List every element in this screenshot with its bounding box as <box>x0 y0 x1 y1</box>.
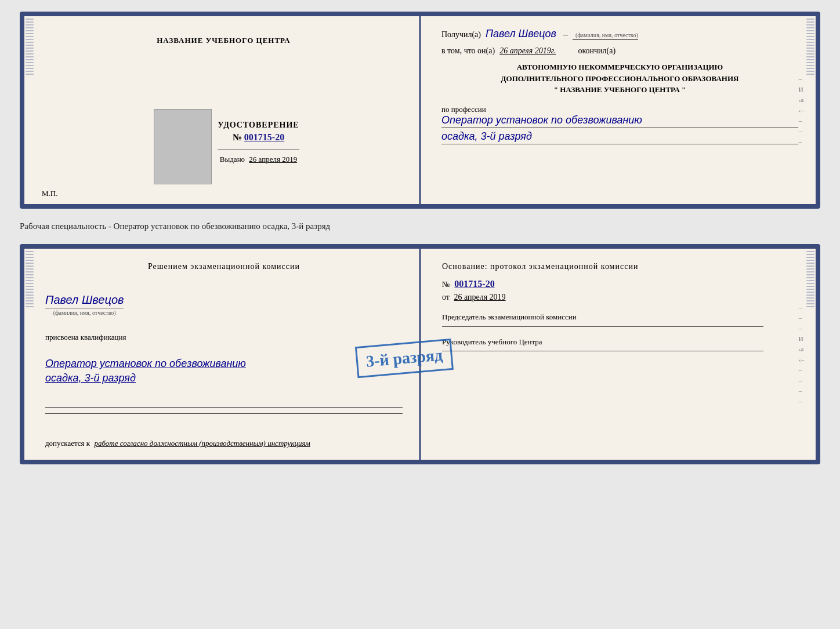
person-name-large: Павел Швецов <box>45 293 124 307</box>
doc1-left-panel: НАЗВАНИЕ УЧЕБНОГО ЦЕНТРА УДОСТОВЕРЕНИЕ №… <box>24 16 418 204</box>
cert-title: УДОСТОВЕРЕНИЕ <box>218 121 299 130</box>
issued-line: Выдано 26 апреля 2019 <box>218 155 299 164</box>
spine-lines-right <box>805 16 816 204</box>
chairman-text: Председатель экзаменационной комиссии <box>442 311 799 323</box>
side-decoration-doc2: –––И›а‹––––– <box>799 304 804 405</box>
allowed-main: работе согласно должностным (производств… <box>94 439 310 448</box>
profession-name: Оператор установок по обезвоживанию <box>441 114 798 128</box>
from-label: от <box>442 293 450 301</box>
from-date-line: от 26 апреля 2019 <box>442 293 799 302</box>
doc2-right-panel: Основание: протокол экзаменационной коми… <box>419 249 816 460</box>
org-line1: АВТОНОМНУЮ НЕКОММЕРЧЕСКУЮ ОРГАНИЗАЦИЮ <box>441 61 798 73</box>
fio-label-doc2: (фамилия, имя, отчество) <box>45 308 124 316</box>
rank-text-doc2: осадка, 3-й разряд <box>45 372 246 384</box>
from-date-value: 26 апреля 2019 <box>454 293 505 301</box>
org-line3: " НАЗВАНИЕ УЧЕБНОГО ЦЕНТРА " <box>441 84 798 96</box>
head-sig-line <box>442 351 763 351</box>
finished-label: окончил(а) <box>578 46 615 56</box>
decision-text: Решением экзаменационной комиссии <box>45 260 403 273</box>
allowed-prefix: допускается к <box>45 439 90 448</box>
signature-lines <box>45 401 403 420</box>
photo-placeholder <box>154 109 212 184</box>
received-label: Получил(а) <box>441 30 481 39</box>
cert-number: 001715-20 <box>244 132 284 142</box>
date-filled: 26 апреля 2019г. <box>499 46 556 56</box>
cert-number-prefix: № <box>233 132 242 142</box>
assigned-text: присвоена квалификация <box>45 333 126 342</box>
doc1-right-panel: Получил(а) Павел Швецов – (фамилия, имя,… <box>418 16 816 204</box>
number-prefix-doc2: № <box>442 280 450 289</box>
page-container: НАЗВАНИЕ УЧЕБНОГО ЦЕНТРА УДОСТОВЕРЕНИЕ №… <box>20 12 820 464</box>
stamp-text: 3-й разряд <box>365 346 443 370</box>
basis-text: Основание: протокол экзаменационной коми… <box>442 260 799 273</box>
profession-label: по профессии <box>441 105 798 114</box>
mp-label: М.П. <box>42 189 57 198</box>
spine-lines-doc2-right <box>805 249 816 460</box>
chairman-sig-line <box>442 326 763 327</box>
side-decoration: –И›а‹–––– <box>799 75 804 145</box>
issued-date: 26 апреля 2019 <box>249 155 297 163</box>
rank-line: осадка, 3-й разряд <box>441 130 798 144</box>
allowed-text: допускается к работе согласно должностны… <box>45 439 310 448</box>
received-name: Павел Швецов <box>486 28 556 40</box>
org-line2: ДОПОЛНИТЕЛЬНОГО ПРОФЕССИОНАЛЬНОГО ОБРАЗО… <box>441 73 798 85</box>
doc1-center-title: НАЗВАНИЕ УЧЕБНОГО ЦЕНТРА <box>157 36 291 45</box>
protocol-number: 001715-20 <box>454 279 494 289</box>
qualification-text: Оператор установок по обезвоживанию <box>45 358 246 369</box>
head-text: Руководитель учебного Центра <box>442 336 799 348</box>
in-that-label: в том, что он(а) <box>441 46 495 56</box>
document-card-1: НАЗВАНИЕ УЧЕБНОГО ЦЕНТРА УДОСТОВЕРЕНИЕ №… <box>20 12 820 209</box>
issued-label: Выдано <box>220 155 245 163</box>
document-card-2: Решением экзаменационной комиссии Павел … <box>20 244 820 464</box>
fio-label-1: (фамилия, имя, отчество) <box>575 32 638 38</box>
caption-text: Рабочая специальность - Оператор установ… <box>20 219 820 234</box>
org-block: АВТОНОМНУЮ НЕКОММЕРЧЕСКУЮ ОРГАНИЗАЦИЮ ДО… <box>441 61 798 96</box>
